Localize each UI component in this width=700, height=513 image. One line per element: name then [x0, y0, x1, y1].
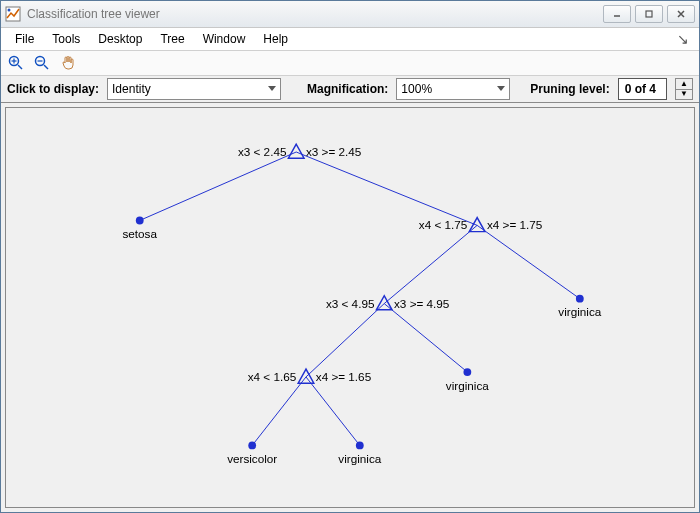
menu-file[interactable]: File: [7, 30, 42, 48]
split-left-label: x3 < 2.45: [238, 145, 287, 158]
split-left-label: x4 < 1.65: [248, 370, 297, 383]
leaf-label: virginica: [558, 305, 601, 318]
svg-line-16: [384, 304, 467, 372]
app-window: Classification tree viewer File Tools De…: [0, 0, 700, 513]
svg-line-17: [252, 377, 306, 445]
undock-icon[interactable]: ↘: [673, 31, 693, 47]
leaf-node[interactable]: [576, 295, 584, 303]
minimize-button[interactable]: [603, 5, 631, 23]
prune-label: Pruning level:: [530, 82, 609, 96]
prune-down-button[interactable]: ▼: [676, 90, 692, 100]
leaf-node[interactable]: [356, 441, 364, 449]
leaf-node[interactable]: [248, 441, 256, 449]
svg-point-1: [8, 9, 11, 12]
control-bar: Click to display: Identity Magnification…: [1, 76, 699, 103]
mag-label: Magnification:: [307, 82, 388, 96]
display-combo[interactable]: Identity: [107, 78, 281, 100]
svg-line-12: [296, 152, 477, 225]
toolbar: [1, 51, 699, 76]
split-right-label: x4 >= 1.65: [316, 370, 372, 383]
split-left-label: x4 < 1.75: [419, 218, 468, 231]
svg-rect-3: [646, 11, 652, 17]
svg-marker-19: [288, 144, 304, 158]
leaf-label: setosa: [122, 227, 157, 240]
svg-point-20: [136, 217, 144, 225]
svg-point-27: [356, 441, 364, 449]
mag-combo[interactable]: 100%: [396, 78, 510, 100]
svg-point-23: [576, 295, 584, 303]
split-right-label: x3 >= 4.95: [394, 297, 450, 310]
svg-line-9: [44, 65, 48, 69]
app-icon: [5, 6, 21, 22]
window-title: Classification tree viewer: [27, 7, 603, 21]
menu-desktop[interactable]: Desktop: [90, 30, 150, 48]
prune-spinner: ▲ ▼: [675, 78, 693, 100]
menu-tools[interactable]: Tools: [44, 30, 88, 48]
display-label: Click to display:: [7, 82, 99, 96]
zoom-out-icon[interactable]: [33, 54, 51, 72]
menu-tree[interactable]: Tree: [152, 30, 192, 48]
leaf-label: versicolor: [227, 452, 277, 465]
leaf-node[interactable]: [463, 368, 471, 376]
menubar: File Tools Desktop Tree Window Help ↘: [1, 28, 699, 51]
svg-line-18: [306, 377, 360, 445]
svg-line-11: [140, 152, 296, 220]
split-left-label: x3 < 4.95: [326, 297, 375, 310]
leaf-label: virginica: [446, 379, 489, 392]
split-right-label: x3 >= 2.45: [306, 145, 362, 158]
menu-help[interactable]: Help: [255, 30, 296, 48]
tree-canvas[interactable]: x3 < 2.45x3 >= 2.45setosax4 < 1.75x4 >= …: [5, 107, 695, 508]
svg-point-26: [248, 441, 256, 449]
svg-line-14: [477, 225, 580, 298]
svg-point-25: [463, 368, 471, 376]
svg-line-5: [18, 65, 22, 69]
prune-value-box: 0 of 4: [618, 78, 667, 100]
mag-value: 100%: [401, 82, 432, 96]
window-controls: [603, 5, 695, 23]
zoom-in-icon[interactable]: [7, 54, 25, 72]
titlebar: Classification tree viewer: [1, 1, 699, 28]
pan-icon[interactable]: [59, 54, 77, 72]
split-node[interactable]: [288, 144, 304, 158]
display-value: Identity: [112, 82, 151, 96]
maximize-button[interactable]: [635, 5, 663, 23]
prune-up-button[interactable]: ▲: [676, 79, 692, 90]
leaf-node[interactable]: [136, 217, 144, 225]
tree-svg: x3 < 2.45x3 >= 2.45setosax4 < 1.75x4 >= …: [6, 108, 694, 507]
prune-value: 0 of 4: [625, 82, 656, 96]
split-right-label: x4 >= 1.75: [487, 218, 543, 231]
svg-line-15: [306, 304, 384, 377]
menu-window[interactable]: Window: [195, 30, 254, 48]
close-button[interactable]: [667, 5, 695, 23]
leaf-label: virginica: [338, 452, 381, 465]
svg-line-13: [384, 225, 477, 303]
